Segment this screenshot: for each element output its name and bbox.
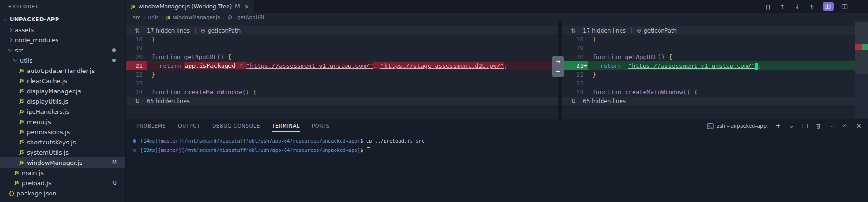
panel-tab-output[interactable]: OUTPUT xyxy=(172,119,206,132)
sidebar-item-autoupdaterhandler-js[interactable]: JSautoUpdaterHandler.js xyxy=(0,65,125,76)
code-content: return "https://assessment-v1.unstop.com… xyxy=(588,62,761,70)
sidebar-item-displayutils-js[interactable]: JSdisplayUtils.js xyxy=(0,96,125,106)
sidebar-item-permissions-js[interactable]: JSpermissions.js xyxy=(0,127,125,137)
code-line-right-20: 20function getAppURL() { xyxy=(562,52,855,61)
breadcrumb-item[interactable]: getAppURL xyxy=(237,14,266,20)
sidebar-item-unpacked-app[interactable]: UNPACKED-APP xyxy=(0,14,125,25)
unfold-icon[interactable]: ⇅ xyxy=(135,27,139,34)
file-label: ipcHandlers.js xyxy=(27,108,70,115)
split-editor-icon[interactable] xyxy=(840,2,849,11)
terminal-label-text: zsh - unpacked-app xyxy=(716,123,767,129)
sidebar-item-displaymanager-js[interactable]: JSdisplayManager.js xyxy=(0,86,125,96)
terminal-line: [14ms][master][/mnt/sdcard/miscstuff/obl… xyxy=(133,136,868,145)
panel-tab-problems[interactable]: PROBLEMS xyxy=(130,119,172,132)
sidebar-item-main-js[interactable]: JSmain.js xyxy=(0,168,125,178)
sidebar-item-systemutils-js[interactable]: JSsystemUtils.js xyxy=(0,147,125,157)
file-label: src xyxy=(15,47,24,54)
js-file-icon: JS xyxy=(18,99,25,104)
more-actions-icon[interactable]: ⋯ xyxy=(855,2,863,11)
file-label: UNPACKED-APP xyxy=(10,16,59,23)
terminal[interactable]: [14ms][master][/mnt/sdcard/miscstuff/obl… xyxy=(133,136,868,155)
close-panel-icon[interactable]: × xyxy=(855,122,862,130)
open-changes-icon[interactable] xyxy=(763,2,772,11)
panel-more-icon[interactable]: ⋯ xyxy=(828,122,836,130)
explorer-more-actions-icon[interactable]: ⋯ xyxy=(109,3,116,10)
line-number: 19 xyxy=(126,44,147,52)
minimap-added-mark xyxy=(862,44,868,50)
diff-revert-widget[interactable]: → + xyxy=(552,56,564,77)
tab-windowmanager[interactable]: JS windowManager.js (Working Tree) M × xyxy=(126,0,254,13)
sidebar-item-shortcutskeys-js[interactable]: JSshortcutsKeys.js xyxy=(0,137,125,147)
terminal-instance-label[interactable]: zsh - unpacked-app xyxy=(707,123,767,129)
sidebar-item-package-json[interactable]: {}package.json xyxy=(0,188,125,198)
file-label: systemUtils.js xyxy=(27,149,69,156)
minimap[interactable] xyxy=(855,21,868,119)
panel-tab-terminal[interactable]: TERMINAL xyxy=(266,119,306,132)
terminal-cursor xyxy=(367,147,370,153)
split-terminal-icon[interactable] xyxy=(801,122,809,130)
code-line-left-18: 18} xyxy=(126,35,558,44)
unfold-icon[interactable]: ⇅ xyxy=(571,98,576,104)
next-change-icon[interactable]: ↓ xyxy=(793,2,801,11)
new-terminal-icon[interactable]: + xyxy=(774,122,782,130)
code-content: } xyxy=(147,36,155,43)
code-content: function createMainWindow() { xyxy=(147,89,257,96)
hidden-lines-banner[interactable]: ⇅65 hidden lines xyxy=(562,97,855,105)
file-tree: UNPACKED-APPassetsnode_modulessrcutilsJS… xyxy=(0,14,125,198)
file-label: menu.js xyxy=(27,118,51,125)
breadcrumb-separator: › xyxy=(162,14,164,20)
vscode-window: EXPLORER ⋯ UNPACKED-APPassetsnode_module… xyxy=(0,0,868,202)
breadcrumb-item[interactable]: windowManager.js xyxy=(173,14,220,20)
js-file-icon: JS xyxy=(18,150,25,155)
sidebar-item-utils[interactable]: utils xyxy=(0,55,125,65)
sidebar-item-assets[interactable]: assets xyxy=(0,25,125,35)
code-line-right-22: 22} xyxy=(562,70,855,79)
tab-modified-badge: M xyxy=(235,3,240,10)
maximize-panel-icon[interactable] xyxy=(842,122,849,130)
previous-change-icon[interactable]: ↑ xyxy=(778,2,786,11)
render-whitespace-icon[interactable]: ¶ xyxy=(808,2,816,11)
tab-close-icon[interactable]: × xyxy=(244,3,249,10)
sidebar-item-windowmanager-js[interactable]: JSwindowManager.jsM xyxy=(0,157,125,168)
kill-terminal-icon[interactable] xyxy=(815,122,822,130)
hidden-lines-banner[interactable]: ⇅17 hidden lines|getIconPath xyxy=(126,26,558,35)
js-file-icon: JS xyxy=(131,5,135,9)
plus-icon[interactable]: + xyxy=(556,68,561,75)
hidden-lines-banner[interactable]: ⇅17 hidden lines|getIconPath xyxy=(562,26,855,35)
panel-actions: zsh - unpacked-app + ⋯ × xyxy=(707,122,862,130)
panel-tab-debug-console[interactable]: DEBUG CONSOLE xyxy=(206,119,266,132)
sidebar-item-menu-js[interactable]: JSmenu.js xyxy=(0,117,125,127)
explorer-header: EXPLORER ⋯ xyxy=(0,0,125,13)
js-file-icon: JS xyxy=(18,140,25,144)
js-file-icon: JS xyxy=(18,89,25,93)
file-label: preload.js xyxy=(22,180,51,187)
unfold-icon[interactable]: ⇅ xyxy=(571,27,576,34)
sidebar-item-ipchandlers-js[interactable]: JSipcHandlers.js xyxy=(0,106,125,117)
file-label: clearCache.js xyxy=(27,78,67,85)
banner-symbol[interactable]: getIconPath xyxy=(644,27,677,34)
hidden-lines-banner[interactable]: ⇅65 hidden lines xyxy=(126,97,558,105)
code-line-right-24: 24function createMainWindow() { xyxy=(562,88,855,97)
unfold-icon[interactable]: ⇅ xyxy=(135,98,139,104)
file-label: shortcutsKeys.js xyxy=(27,139,76,146)
breadcrumb-item[interactable]: utils xyxy=(148,14,158,20)
sidebar-item-clearcache-js[interactable]: JSclearCache.js xyxy=(0,76,125,86)
sidebar-item-preload-js[interactable]: JSpreload.jsU xyxy=(0,178,125,188)
file-label: utils xyxy=(20,57,32,64)
modified-dot xyxy=(112,59,116,62)
map-view-toggle-icon[interactable] xyxy=(823,2,834,11)
sidebar-item-node-modules[interactable]: node_modules xyxy=(0,35,125,45)
breadcrumb-separator: › xyxy=(143,14,145,20)
editor-tab-strip: JS windowManager.js (Working Tree) M × xyxy=(126,0,868,13)
arrow-right-icon[interactable]: → xyxy=(556,58,561,65)
banner-symbol[interactable]: getIconPath xyxy=(208,27,241,34)
diff-pane-original: ⇅17 hidden lines|getIconPath18}1920funct… xyxy=(126,21,558,119)
line-number: 22 xyxy=(126,70,147,79)
code-line-left-19: 19 xyxy=(126,44,558,52)
line-number: 19 xyxy=(562,44,588,52)
panel-tab-ports[interactable]: PORTS xyxy=(306,119,336,132)
breadcrumb-item[interactable]: src xyxy=(133,14,140,20)
editor-actions: ↑ ↓ ¶ ⋯ xyxy=(763,0,863,13)
terminal-dropdown-icon[interactable] xyxy=(788,122,795,130)
sidebar-item-src[interactable]: src xyxy=(0,45,125,55)
